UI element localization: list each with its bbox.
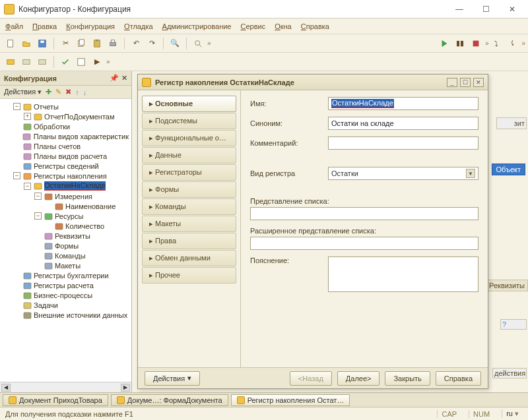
panel-pin-icon[interactable]: 📌 [110, 74, 119, 82]
scroll-left-icon[interactable]: ◀ [1, 384, 11, 392]
menu-windows[interactable]: Окна [275, 22, 292, 30]
menu-file[interactable]: Файл [5, 22, 23, 30]
tree-node[interactable]: −Отчеты [1, 102, 130, 111]
tree-node[interactable]: −ОстаткиНаСкладе [1, 181, 130, 191]
copy-icon[interactable] [75, 37, 88, 50]
comment-input[interactable] [328, 136, 478, 150]
side-tab-3[interactable]: ▸ Данные [142, 147, 236, 164]
new-icon[interactable] [4, 37, 17, 50]
tree-toggle[interactable]: + [24, 113, 31, 120]
run-icon[interactable] [438, 37, 451, 50]
menu-help[interactable]: Справка [301, 22, 329, 30]
side-tab-4[interactable]: ▸ Регистраторы [142, 164, 236, 181]
stop-icon[interactable] [469, 37, 482, 50]
panel-close-icon[interactable]: ✕ [121, 74, 127, 82]
menu-debug[interactable]: Отладка [124, 22, 153, 30]
side-tab-9[interactable]: ▸ Обмен данными [142, 250, 236, 266]
tree-node[interactable]: Обработки [1, 121, 130, 131]
dialog-minimize-button[interactable]: _ [447, 78, 457, 87]
toolbar-overflow2-icon[interactable]: » [485, 40, 488, 47]
panel-actions-menu[interactable]: Действия ▾ [4, 88, 42, 96]
minimize-button[interactable]: — [451, 3, 467, 15]
tree-node[interactable]: +ОтчетПоДокументам [1, 111, 130, 121]
help-icon[interactable]: ? [502, 320, 506, 328]
tree-toggle[interactable]: − [13, 103, 20, 110]
undo-icon[interactable]: ↶ [129, 37, 143, 50]
help-button[interactable]: Справка [436, 371, 481, 386]
start-debug-icon[interactable]: ▶ [90, 55, 104, 69]
doc-tab-3[interactable]: Регистр накопления Остат… [231, 394, 350, 406]
listrep-input[interactable] [250, 207, 478, 220]
extlistrep-input[interactable] [250, 237, 478, 250]
tree-node[interactable]: Планы счетов [1, 141, 130, 151]
explain-textarea[interactable] [328, 256, 478, 292]
add-icon[interactable]: ✚ [46, 88, 51, 96]
tree-node[interactable]: Команды [1, 251, 130, 260]
db-config-icon[interactable] [4, 55, 17, 69]
side-tab-10[interactable]: ▸ Прочее [142, 267, 236, 284]
rekv-badge[interactable]: Реквизиты [486, 280, 528, 291]
footer-actions-button[interactable]: Действия ▾ [145, 371, 200, 386]
module-icon[interactable] [75, 55, 88, 69]
next-button[interactable]: Далее> [337, 371, 380, 386]
tree-toggle[interactable]: − [13, 172, 20, 179]
tree-node[interactable]: Наименование [1, 201, 130, 211]
tree-toggle[interactable]: − [34, 193, 42, 200]
tree-node[interactable]: Регистры бухгалтерии [1, 270, 130, 280]
redo-icon[interactable]: ↷ [145, 37, 158, 50]
delete-icon[interactable]: ✖ [65, 88, 71, 96]
back-button[interactable]: <Назад [290, 371, 332, 386]
synonym-input[interactable]: Остатки на складе [328, 117, 478, 130]
tree-node[interactable]: Внешние источники данных [1, 310, 130, 320]
tree-node[interactable]: −Ресурсы [1, 211, 130, 221]
maximize-button[interactable]: ☐ [478, 3, 494, 15]
tree-node[interactable]: Регистры сведений [1, 161, 130, 171]
syntax-check-icon[interactable] [59, 55, 72, 69]
object-badge[interactable]: Объект [492, 164, 525, 175]
zoom-icon[interactable] [191, 37, 205, 50]
side-tab-2[interactable]: ▸ Функциональные опции [142, 130, 236, 146]
scroll-right-icon[interactable]: ▶ [121, 384, 130, 392]
side-tab-7[interactable]: ▸ Макеты [142, 216, 236, 232]
tree-hscrollbar[interactable]: ◀ ▶ [0, 382, 131, 392]
tree-toggle[interactable]: − [24, 183, 31, 190]
doc-tab-2[interactable]: Докуме…: ФормаДокумента [111, 394, 228, 406]
tree-node[interactable]: Задачи [1, 300, 130, 310]
side-tab-5[interactable]: ▸ Формы [142, 181, 236, 198]
db-update-icon[interactable] [20, 55, 33, 69]
side-tab-6[interactable]: ▸ Команды [142, 198, 236, 215]
print-icon[interactable] [106, 37, 119, 50]
config-tree[interactable]: −Отчеты+ОтчетПоДокументамОбработкиПланы … [0, 99, 131, 382]
tree-node[interactable]: Бизнес-процессы [1, 290, 130, 300]
cut-icon[interactable]: ✂ [59, 37, 72, 50]
name-input[interactable]: ОстаткиНаСкладе [328, 97, 478, 110]
doc-tab-1[interactable]: Документ ПриходТовара [3, 394, 108, 406]
menu-edit[interactable]: Правка [32, 22, 57, 30]
status-lang[interactable]: ru ▾ [502, 409, 523, 418]
toolbar-overflow-icon[interactable]: » [207, 40, 210, 47]
menu-service[interactable]: Сервис [240, 22, 265, 30]
tree-node[interactable]: Планы видов характеристик [1, 131, 130, 141]
tree-node[interactable]: −Измерения [1, 191, 130, 201]
find-icon[interactable]: 🔍 [168, 37, 182, 50]
tree-node[interactable]: −Регистры накопления [1, 171, 130, 181]
side-tab-1[interactable]: ▸ Подсистемы [142, 113, 236, 129]
dialog-close-button[interactable]: ✕ [473, 78, 484, 87]
pause-icon[interactable]: ▮▮ [453, 37, 467, 50]
up-icon[interactable]: ↑ [75, 88, 79, 96]
paste-icon[interactable] [90, 37, 104, 50]
step-into-icon[interactable]: ⤹ [506, 37, 519, 50]
close-dialog-button[interactable]: Закрыть [385, 371, 430, 386]
side-tab-0[interactable]: ▸ Основные [142, 96, 236, 112]
tree-node[interactable]: Регистры расчета [1, 280, 130, 290]
tree-node[interactable]: Количество [1, 221, 130, 231]
tree-toggle[interactable]: − [34, 212, 42, 220]
menu-admin[interactable]: Администрирование [162, 22, 232, 30]
edit-icon[interactable]: ✎ [55, 88, 61, 96]
open-icon[interactable] [20, 37, 33, 50]
down-icon[interactable]: ↓ [83, 88, 87, 96]
save-icon[interactable] [36, 37, 49, 50]
close-button[interactable]: ✕ [504, 3, 520, 15]
step-over-icon[interactable]: ⤵ [490, 37, 503, 50]
toolbar-overflow3-icon[interactable]: » [521, 40, 524, 47]
